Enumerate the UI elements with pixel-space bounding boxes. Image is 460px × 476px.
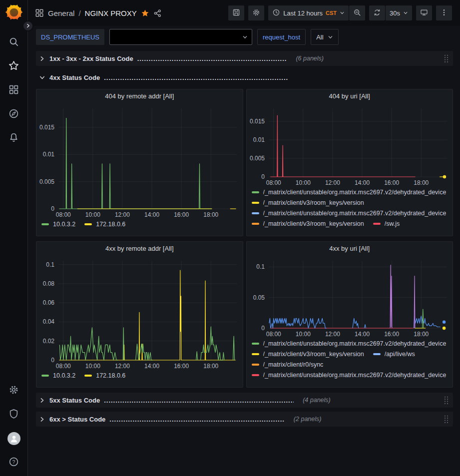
panel-legend: /_matrix/client/unstable/org.matrix.msc2… bbox=[247, 339, 453, 387]
row-5xx[interactable]: 5xx Status Code ........................… bbox=[36, 393, 453, 408]
share-icon[interactable] bbox=[153, 9, 162, 17]
legend-row: /_matrix/client/unstable/org.matrix.msc2… bbox=[252, 210, 448, 217]
legend-item[interactable]: 172.18.0.6 bbox=[84, 372, 125, 379]
grafana-logo[interactable] bbox=[5, 4, 22, 21]
sidebar-item-server-admin[interactable] bbox=[2, 406, 25, 423]
sidebar-item-profile[interactable] bbox=[2, 430, 25, 447]
svg-text:08:00: 08:00 bbox=[56, 363, 71, 370]
zoom-out-time-button[interactable] bbox=[349, 5, 365, 20]
legend-swatch bbox=[252, 364, 259, 366]
sidebar-item-dashboards[interactable] bbox=[2, 82, 25, 99]
refresh-interval-picker[interactable]: 30s bbox=[386, 5, 412, 20]
svg-text:14:00: 14:00 bbox=[144, 211, 159, 218]
svg-text:0.01: 0.01 bbox=[43, 151, 55, 158]
monitor-icon bbox=[420, 8, 428, 18]
drag-handle-icon[interactable] bbox=[444, 396, 449, 405]
timeseries-chart[interactable]: 08:0010:0012:0014:0016:0018:0000.0050.01… bbox=[247, 103, 453, 188]
help-icon: ? bbox=[8, 457, 19, 469]
panel-title[interactable]: 4xx by uri [All] bbox=[247, 242, 453, 256]
dashboards-grid-icon[interactable] bbox=[35, 8, 44, 17]
sidebar-expand-button[interactable] bbox=[22, 20, 33, 31]
drag-handle-icon[interactable] bbox=[444, 415, 449, 424]
legend-item[interactable]: /_matrix/client/unstable/org.matrix.msc2… bbox=[252, 372, 447, 379]
panel-legend: 10.0.3.2172.18.0.6 bbox=[36, 220, 243, 236]
legend-item[interactable]: /_matrix/client/v3/room_keys/version bbox=[252, 199, 364, 206]
sidebar-item-explore[interactable] bbox=[2, 106, 25, 123]
nav-sidebar: ? bbox=[0, 0, 28, 476]
legend-item[interactable]: 10.0.3.2 bbox=[41, 221, 75, 228]
gear-icon bbox=[8, 385, 19, 397]
svg-text:12:00: 12:00 bbox=[325, 331, 340, 338]
legend-swatch bbox=[252, 191, 259, 193]
panel-grid: 404 by remote addr [All]08:0010:0012:001… bbox=[36, 89, 453, 388]
panel-title[interactable]: 404 by uri [All] bbox=[247, 89, 453, 103]
dashboard-settings-button[interactable] bbox=[248, 5, 264, 20]
legend-item[interactable]: 172.18.0.6 bbox=[84, 221, 125, 228]
svg-text:18:00: 18:00 bbox=[414, 179, 429, 186]
legend-item[interactable]: /_matrix/client/unstable/org.matrix.msc2… bbox=[252, 210, 447, 217]
legend-row: /_matrix/client/r0/sync bbox=[252, 361, 448, 368]
svg-text:10:00: 10:00 bbox=[85, 211, 100, 218]
cycle-view-mode-button[interactable] bbox=[416, 5, 432, 20]
chevron-down-icon bbox=[39, 74, 45, 81]
legend-item[interactable]: /_matrix/client/unstable/org.matrix.msc2… bbox=[252, 340, 447, 347]
time-range-picker[interactable]: Last 12 hours CST bbox=[268, 5, 349, 20]
row-6xx[interactable]: 6xx > Status Code ......................… bbox=[36, 412, 453, 427]
timeseries-chart[interactable]: 08:0010:0012:0014:0016:0018:0000.020.040… bbox=[36, 256, 243, 371]
svg-text:16:00: 16:00 bbox=[174, 211, 189, 218]
dashboard-toolbar: Last 12 hours CST 30s bbox=[228, 5, 452, 20]
row-1xx-3xx-2xx[interactable]: 1xx - 3xx - 2xx Status Code ............… bbox=[36, 51, 453, 66]
dashboard-title[interactable]: NGINX PROXY bbox=[85, 9, 137, 17]
drag-handle-icon[interactable] bbox=[444, 54, 449, 63]
svg-text:18:00: 18:00 bbox=[203, 363, 218, 370]
save-dashboard-button[interactable] bbox=[228, 5, 244, 20]
favorite-star-icon[interactable] bbox=[141, 9, 149, 17]
svg-text:18:00: 18:00 bbox=[203, 211, 218, 218]
svg-text:0: 0 bbox=[51, 205, 54, 212]
time-range-label: Last 12 hours bbox=[283, 9, 323, 17]
request-host-select[interactable]: All bbox=[311, 29, 338, 45]
legend-row: /_matrix/client/v3/room_keys/version/api… bbox=[252, 351, 448, 358]
svg-text:12:00: 12:00 bbox=[325, 179, 340, 186]
svg-text:0.08: 0.08 bbox=[43, 280, 55, 287]
legend-swatch bbox=[41, 375, 49, 377]
legend-item[interactable]: 10.0.3.2 bbox=[41, 372, 75, 379]
legend-label: /sw.js bbox=[385, 220, 400, 227]
panel-legend: 10.0.3.2172.18.0.6 bbox=[36, 371, 243, 387]
chevron-right-icon bbox=[25, 22, 31, 30]
panel-4xx-by-remote-addr-all-: 4xx by remote addr [All]08:0010:0012:001… bbox=[36, 241, 243, 388]
legend-item[interactable]: /_matrix/client/unstable/org.matrix.msc2… bbox=[252, 189, 447, 196]
sidebar-item-search[interactable] bbox=[2, 34, 25, 51]
legend-item[interactable]: /_matrix/client/r0/sync bbox=[252, 361, 324, 368]
svg-text:0: 0 bbox=[261, 325, 265, 332]
star-outline-icon bbox=[8, 60, 19, 72]
explore-icon bbox=[8, 108, 19, 120]
svg-text:14:00: 14:00 bbox=[355, 331, 370, 338]
sidebar-item-configuration[interactable] bbox=[2, 382, 25, 399]
datasource-select[interactable] bbox=[109, 29, 252, 45]
timeseries-chart[interactable]: 08:0010:0012:0014:0016:0018:0000.0050.01… bbox=[36, 103, 243, 220]
svg-text:0.015: 0.015 bbox=[249, 118, 264, 125]
more-options-button[interactable] bbox=[436, 5, 452, 20]
legend-item[interactable]: /_matrix/client/v3/room_keys/version bbox=[252, 351, 364, 358]
sidebar-item-alerting[interactable] bbox=[2, 130, 25, 147]
sidebar-item-starred[interactable] bbox=[2, 58, 25, 75]
row-title: 5xx Status Code bbox=[49, 397, 100, 404]
svg-text:08:00: 08:00 bbox=[56, 211, 71, 218]
dashboard-canvas: 1xx - 3xx - 2xx Status Code ............… bbox=[28, 49, 460, 476]
panel-title[interactable]: 404 by remote addr [All] bbox=[36, 89, 243, 103]
legend-label: 172.18.0.6 bbox=[96, 221, 125, 228]
variables-bar: DS_PROMETHEUS request_host All bbox=[28, 26, 460, 49]
svg-text:0.02: 0.02 bbox=[43, 338, 55, 345]
breadcrumb-folder[interactable]: General bbox=[48, 9, 74, 17]
chevron-down-icon bbox=[403, 9, 408, 17]
sidebar-item-help[interactable]: ? bbox=[2, 454, 25, 471]
clock-icon bbox=[272, 8, 280, 18]
legend-item[interactable]: /sw.js bbox=[373, 220, 400, 227]
legend-item[interactable]: /api/live/ws bbox=[373, 351, 415, 358]
refresh-button[interactable] bbox=[369, 5, 385, 20]
row-4xx[interactable]: 4xx Status Code ........................… bbox=[36, 70, 453, 85]
legend-item[interactable]: /_matrix/client/v3/room_keys/version bbox=[252, 220, 364, 227]
panel-title[interactable]: 4xx by remote addr [All] bbox=[36, 242, 243, 256]
timeseries-chart[interactable]: 08:0010:0012:0014:0016:0018:0000.050.1 bbox=[247, 256, 453, 339]
